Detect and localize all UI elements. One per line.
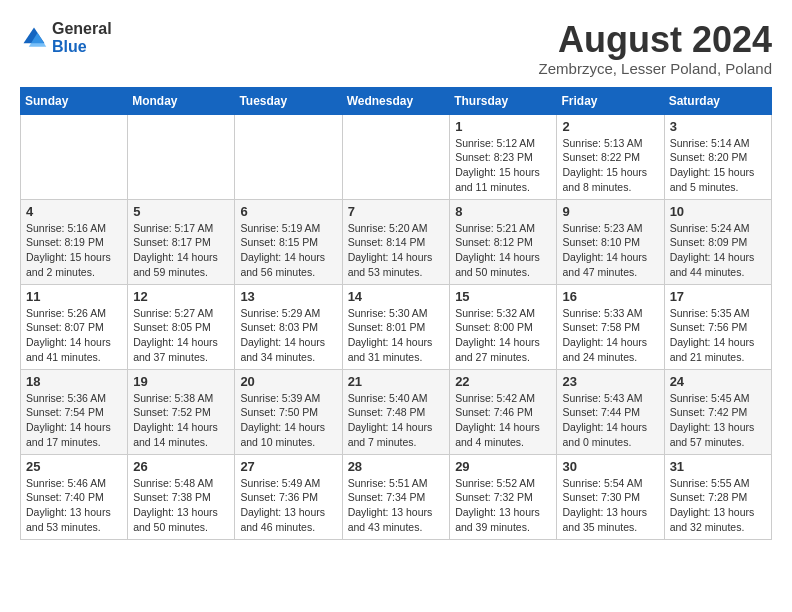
day-number: 12 [133, 289, 229, 304]
calendar-cell [128, 114, 235, 199]
day-number: 21 [348, 374, 445, 389]
calendar-cell: 9Sunrise: 5:23 AM Sunset: 8:10 PM Daylig… [557, 199, 664, 284]
day-number: 16 [562, 289, 658, 304]
day-info: Sunrise: 5:54 AM Sunset: 7:30 PM Dayligh… [562, 476, 658, 535]
day-info: Sunrise: 5:45 AM Sunset: 7:42 PM Dayligh… [670, 391, 766, 450]
day-info: Sunrise: 5:33 AM Sunset: 7:58 PM Dayligh… [562, 306, 658, 365]
day-info: Sunrise: 5:26 AM Sunset: 8:07 PM Dayligh… [26, 306, 122, 365]
calendar-cell: 5Sunrise: 5:17 AM Sunset: 8:17 PM Daylig… [128, 199, 235, 284]
calendar-cell: 23Sunrise: 5:43 AM Sunset: 7:44 PM Dayli… [557, 369, 664, 454]
calendar-cell: 14Sunrise: 5:30 AM Sunset: 8:01 PM Dayli… [342, 284, 450, 369]
calendar-cell: 4Sunrise: 5:16 AM Sunset: 8:19 PM Daylig… [21, 199, 128, 284]
calendar-cell: 1Sunrise: 5:12 AM Sunset: 8:23 PM Daylig… [450, 114, 557, 199]
calendar-cell: 6Sunrise: 5:19 AM Sunset: 8:15 PM Daylig… [235, 199, 342, 284]
day-number: 25 [26, 459, 122, 474]
day-info: Sunrise: 5:32 AM Sunset: 8:00 PM Dayligh… [455, 306, 551, 365]
day-number: 2 [562, 119, 658, 134]
day-info: Sunrise: 5:21 AM Sunset: 8:12 PM Dayligh… [455, 221, 551, 280]
calendar-cell: 18Sunrise: 5:36 AM Sunset: 7:54 PM Dayli… [21, 369, 128, 454]
day-info: Sunrise: 5:36 AM Sunset: 7:54 PM Dayligh… [26, 391, 122, 450]
calendar-cell: 25Sunrise: 5:46 AM Sunset: 7:40 PM Dayli… [21, 454, 128, 539]
day-number: 8 [455, 204, 551, 219]
day-info: Sunrise: 5:49 AM Sunset: 7:36 PM Dayligh… [240, 476, 336, 535]
calendar-cell: 2Sunrise: 5:13 AM Sunset: 8:22 PM Daylig… [557, 114, 664, 199]
calendar-body: 1Sunrise: 5:12 AM Sunset: 8:23 PM Daylig… [21, 114, 772, 539]
day-number: 28 [348, 459, 445, 474]
calendar-cell [21, 114, 128, 199]
day-number: 14 [348, 289, 445, 304]
day-info: Sunrise: 5:24 AM Sunset: 8:09 PM Dayligh… [670, 221, 766, 280]
calendar-cell: 17Sunrise: 5:35 AM Sunset: 7:56 PM Dayli… [664, 284, 771, 369]
calendar-cell: 3Sunrise: 5:14 AM Sunset: 8:20 PM Daylig… [664, 114, 771, 199]
day-info: Sunrise: 5:52 AM Sunset: 7:32 PM Dayligh… [455, 476, 551, 535]
calendar-cell: 27Sunrise: 5:49 AM Sunset: 7:36 PM Dayli… [235, 454, 342, 539]
day-number: 26 [133, 459, 229, 474]
month-title: August 2024 [539, 20, 772, 60]
location-subtitle: Zembrzyce, Lesser Poland, Poland [539, 60, 772, 77]
logo-general: General [52, 20, 112, 38]
calendar-cell: 11Sunrise: 5:26 AM Sunset: 8:07 PM Dayli… [21, 284, 128, 369]
day-info: Sunrise: 5:27 AM Sunset: 8:05 PM Dayligh… [133, 306, 229, 365]
calendar-cell: 26Sunrise: 5:48 AM Sunset: 7:38 PM Dayli… [128, 454, 235, 539]
calendar-cell: 16Sunrise: 5:33 AM Sunset: 7:58 PM Dayli… [557, 284, 664, 369]
header-saturday: Saturday [664, 87, 771, 114]
calendar-cell: 28Sunrise: 5:51 AM Sunset: 7:34 PM Dayli… [342, 454, 450, 539]
calendar-week-3: 18Sunrise: 5:36 AM Sunset: 7:54 PM Dayli… [21, 369, 772, 454]
day-info: Sunrise: 5:55 AM Sunset: 7:28 PM Dayligh… [670, 476, 766, 535]
day-number: 27 [240, 459, 336, 474]
header-sunday: Sunday [21, 87, 128, 114]
calendar-week-4: 25Sunrise: 5:46 AM Sunset: 7:40 PM Dayli… [21, 454, 772, 539]
day-number: 9 [562, 204, 658, 219]
page-header: General Blue August 2024 Zembrzyce, Less… [20, 20, 772, 77]
day-info: Sunrise: 5:19 AM Sunset: 8:15 PM Dayligh… [240, 221, 336, 280]
day-info: Sunrise: 5:40 AM Sunset: 7:48 PM Dayligh… [348, 391, 445, 450]
calendar-cell: 12Sunrise: 5:27 AM Sunset: 8:05 PM Dayli… [128, 284, 235, 369]
calendar-cell: 8Sunrise: 5:21 AM Sunset: 8:12 PM Daylig… [450, 199, 557, 284]
calendar-week-0: 1Sunrise: 5:12 AM Sunset: 8:23 PM Daylig… [21, 114, 772, 199]
day-info: Sunrise: 5:42 AM Sunset: 7:46 PM Dayligh… [455, 391, 551, 450]
calendar-table: Sunday Monday Tuesday Wednesday Thursday… [20, 87, 772, 540]
calendar-cell: 13Sunrise: 5:29 AM Sunset: 8:03 PM Dayli… [235, 284, 342, 369]
logo: General Blue [20, 20, 112, 55]
calendar-cell: 20Sunrise: 5:39 AM Sunset: 7:50 PM Dayli… [235, 369, 342, 454]
calendar-cell: 30Sunrise: 5:54 AM Sunset: 7:30 PM Dayli… [557, 454, 664, 539]
calendar-cell: 10Sunrise: 5:24 AM Sunset: 8:09 PM Dayli… [664, 199, 771, 284]
calendar-cell: 15Sunrise: 5:32 AM Sunset: 8:00 PM Dayli… [450, 284, 557, 369]
day-number: 18 [26, 374, 122, 389]
calendar-cell: 31Sunrise: 5:55 AM Sunset: 7:28 PM Dayli… [664, 454, 771, 539]
day-info: Sunrise: 5:48 AM Sunset: 7:38 PM Dayligh… [133, 476, 229, 535]
day-number: 1 [455, 119, 551, 134]
day-number: 11 [26, 289, 122, 304]
day-number: 22 [455, 374, 551, 389]
day-info: Sunrise: 5:20 AM Sunset: 8:14 PM Dayligh… [348, 221, 445, 280]
day-number: 31 [670, 459, 766, 474]
day-info: Sunrise: 5:12 AM Sunset: 8:23 PM Dayligh… [455, 136, 551, 195]
header-thursday: Thursday [450, 87, 557, 114]
logo-icon [20, 24, 48, 52]
day-number: 15 [455, 289, 551, 304]
calendar-header: Sunday Monday Tuesday Wednesday Thursday… [21, 87, 772, 114]
day-info: Sunrise: 5:13 AM Sunset: 8:22 PM Dayligh… [562, 136, 658, 195]
weekday-row: Sunday Monday Tuesday Wednesday Thursday… [21, 87, 772, 114]
day-number: 5 [133, 204, 229, 219]
day-info: Sunrise: 5:14 AM Sunset: 8:20 PM Dayligh… [670, 136, 766, 195]
day-number: 24 [670, 374, 766, 389]
day-info: Sunrise: 5:51 AM Sunset: 7:34 PM Dayligh… [348, 476, 445, 535]
day-number: 29 [455, 459, 551, 474]
day-number: 13 [240, 289, 336, 304]
day-info: Sunrise: 5:16 AM Sunset: 8:19 PM Dayligh… [26, 221, 122, 280]
day-info: Sunrise: 5:17 AM Sunset: 8:17 PM Dayligh… [133, 221, 229, 280]
day-number: 30 [562, 459, 658, 474]
day-info: Sunrise: 5:39 AM Sunset: 7:50 PM Dayligh… [240, 391, 336, 450]
day-number: 7 [348, 204, 445, 219]
day-info: Sunrise: 5:38 AM Sunset: 7:52 PM Dayligh… [133, 391, 229, 450]
day-number: 23 [562, 374, 658, 389]
day-info: Sunrise: 5:29 AM Sunset: 8:03 PM Dayligh… [240, 306, 336, 365]
day-info: Sunrise: 5:46 AM Sunset: 7:40 PM Dayligh… [26, 476, 122, 535]
day-number: 17 [670, 289, 766, 304]
day-info: Sunrise: 5:43 AM Sunset: 7:44 PM Dayligh… [562, 391, 658, 450]
calendar-cell: 21Sunrise: 5:40 AM Sunset: 7:48 PM Dayli… [342, 369, 450, 454]
calendar-cell: 7Sunrise: 5:20 AM Sunset: 8:14 PM Daylig… [342, 199, 450, 284]
day-number: 3 [670, 119, 766, 134]
day-number: 4 [26, 204, 122, 219]
